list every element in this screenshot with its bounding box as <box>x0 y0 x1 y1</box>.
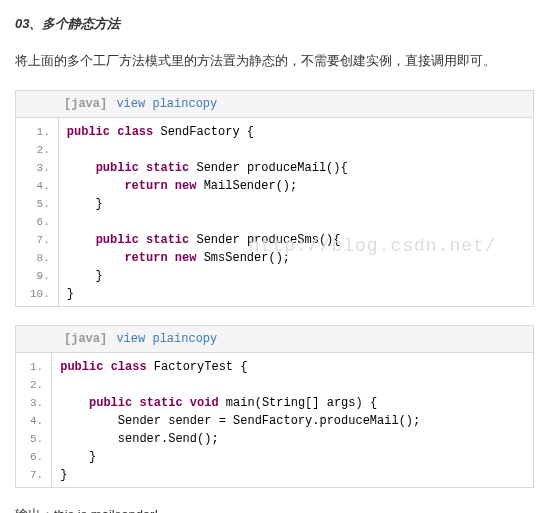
view-plaincopy-link[interactable]: view plaincopy <box>116 97 217 111</box>
text-token <box>67 233 96 247</box>
text-token <box>139 233 146 247</box>
keyword-token: public <box>60 360 103 374</box>
code-line: return new SmsSender(); <box>59 248 533 266</box>
text-token: sender.Send(); <box>60 432 233 446</box>
code-lang-label: [java] <box>64 97 107 111</box>
keyword-token: public <box>96 161 139 175</box>
text-token: } <box>60 450 110 464</box>
code-line: public class FactoryTest { <box>52 357 533 375</box>
code-body: 1.2.3.4.5.6.7.8.9.10. http://blog.csdn.n… <box>16 118 533 306</box>
text-token: FactoryTest { <box>147 360 262 374</box>
line-number: 9. <box>16 266 58 284</box>
text-token <box>168 179 175 193</box>
section-heading: 03、多个静态方法 <box>15 15 534 33</box>
text-token: } <box>67 287 89 301</box>
keyword-token: static <box>146 161 189 175</box>
code-line <box>59 212 533 230</box>
line-number-gutter: 1.2.3.4.5.6.7. <box>16 353 52 487</box>
text-token <box>67 251 125 265</box>
line-number: 4. <box>16 411 51 429</box>
code-line: sender.Send(); <box>52 429 533 447</box>
line-number: 1. <box>16 122 58 140</box>
keyword-token: new <box>175 179 197 193</box>
code-header: [java] view plaincopy <box>16 326 533 353</box>
text-token: SmsSender(); <box>196 251 304 265</box>
output-line: 输出：this is mailsender! <box>15 506 534 513</box>
code-line: public static Sender produceSms(){ <box>59 230 533 248</box>
text-token <box>60 396 89 410</box>
line-number: 5. <box>16 194 58 212</box>
text-token: } <box>67 197 117 211</box>
line-number: 2. <box>16 140 58 158</box>
line-number: 2. <box>16 375 51 393</box>
code-line: Sender sender = SendFactory.produceMail(… <box>52 411 533 429</box>
code-block-1: [java] view plaincopy 1.2.3.4.5.6.7.8.9.… <box>15 90 534 307</box>
code-line: } <box>59 194 533 212</box>
text-token <box>67 179 125 193</box>
text-token <box>67 161 96 175</box>
text-token: } <box>67 269 117 283</box>
code-line: public static Sender produceMail(){ <box>59 158 533 176</box>
keyword-token: class <box>117 125 153 139</box>
line-number: 3. <box>16 393 51 411</box>
code-lines: http://blog.csdn.net/ public class SendF… <box>59 118 533 306</box>
line-number: 3. <box>16 158 58 176</box>
code-line: } <box>52 465 533 483</box>
line-number: 6. <box>16 212 58 230</box>
line-number: 1. <box>16 357 51 375</box>
code-line: public class SendFactory { <box>59 122 533 140</box>
line-number: 6. <box>16 447 51 465</box>
keyword-token: public <box>67 125 110 139</box>
output-value: this is mailsender! <box>54 507 158 513</box>
code-line: } <box>59 266 533 284</box>
output-label: 输出： <box>15 507 54 513</box>
line-number: 5. <box>16 429 51 447</box>
line-number-gutter: 1.2.3.4.5.6.7.8.9.10. <box>16 118 59 306</box>
text-token <box>168 251 175 265</box>
keyword-token: public <box>89 396 132 410</box>
code-line: return new MailSender(); <box>59 176 533 194</box>
text-token: main(String[] args) { <box>219 396 421 410</box>
intro-paragraph: 将上面的多个工厂方法模式里的方法置为静态的，不需要创建实例，直接调用即可。 <box>15 51 534 72</box>
line-number: 7. <box>16 465 51 483</box>
code-line: public static void main(String[] args) { <box>52 393 533 411</box>
keyword-token: return <box>124 251 167 265</box>
code-block-2: [java] view plaincopy 1.2.3.4.5.6.7. pub… <box>15 325 534 488</box>
code-line: } <box>52 447 533 465</box>
code-header: [java] view plaincopy <box>16 91 533 118</box>
line-number: 10. <box>16 284 58 302</box>
text-token <box>139 161 146 175</box>
view-plaincopy-link[interactable]: view plaincopy <box>116 332 217 346</box>
text-token: SendFactory { <box>153 125 268 139</box>
line-number: 7. <box>16 230 58 248</box>
text-token: MailSender(); <box>196 179 311 193</box>
text-token <box>67 143 110 157</box>
text-token: Sender sender = SendFactory.produceMail(… <box>60 414 434 428</box>
keyword-token: class <box>111 360 147 374</box>
text-token: } <box>60 468 82 482</box>
text-token: Sender produceSms(){ <box>189 233 355 247</box>
code-line <box>52 375 533 393</box>
text-token: Sender produceMail(){ <box>189 161 362 175</box>
code-lines: public class FactoryTest { public static… <box>52 353 533 487</box>
text-token <box>103 360 110 374</box>
keyword-token: new <box>175 251 197 265</box>
keyword-token: void <box>190 396 219 410</box>
keyword-token: return <box>124 179 167 193</box>
keyword-token: static <box>139 396 182 410</box>
text-token <box>60 378 74 392</box>
code-body: 1.2.3.4.5.6.7. public class FactoryTest … <box>16 353 533 487</box>
keyword-token: public <box>96 233 139 247</box>
keyword-token: static <box>146 233 189 247</box>
text-token <box>183 396 190 410</box>
text-token <box>67 215 110 229</box>
line-number: 4. <box>16 176 58 194</box>
code-line: } <box>59 284 533 302</box>
code-line <box>59 140 533 158</box>
code-lang-label: [java] <box>64 332 107 346</box>
line-number: 8. <box>16 248 58 266</box>
